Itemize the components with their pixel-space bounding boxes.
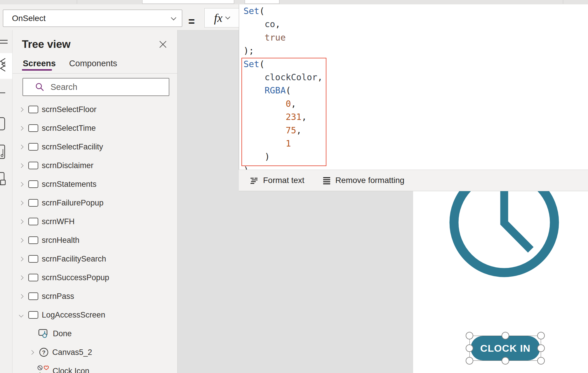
tab-screens[interactable]: Screens bbox=[23, 59, 56, 68]
data-icon[interactable] bbox=[0, 172, 9, 188]
tree-item-scrnpass[interactable]: scrnPass bbox=[13, 287, 178, 306]
tree-item-label: scrnWFH bbox=[42, 217, 74, 226]
property-selector-value: OnSelect bbox=[3, 14, 46, 23]
screen-icon bbox=[28, 236, 38, 244]
search-icon bbox=[35, 83, 44, 91]
formula-line: Set( bbox=[243, 57, 323, 71]
tree-item-scrnselectfacility[interactable]: scrnSelectFacility bbox=[13, 137, 178, 156]
tree-item-logaccessscreen[interactable]: LogAccessScreen bbox=[13, 306, 178, 324]
chevron-right-icon[interactable] bbox=[17, 276, 25, 279]
property-selector[interactable]: OnSelect bbox=[3, 10, 182, 27]
toolbar-box bbox=[142, 0, 234, 4]
chevron-right-icon[interactable] bbox=[17, 220, 25, 223]
question-mark-icon: ? bbox=[39, 347, 49, 357]
tree-item-scrnfacilitysearch[interactable]: scrnFacilitySearch bbox=[13, 250, 178, 268]
tree-item-clock-icon[interactable]: Clock Icon bbox=[13, 362, 178, 373]
resize-handle[interactable] bbox=[537, 357, 545, 365]
tree-item-scrnstatements[interactable]: scrnStatements bbox=[13, 175, 178, 194]
tree-item-label: Clock Icon bbox=[53, 367, 89, 373]
screen-icon bbox=[28, 106, 38, 113]
chevron-right-icon[interactable] bbox=[17, 183, 25, 186]
tabs-divider bbox=[13, 73, 178, 74]
fx-icon: fx bbox=[214, 11, 222, 25]
panel-tabs: Screens Components bbox=[23, 59, 117, 68]
formula-line: RGBA( bbox=[243, 84, 323, 97]
format-text-label: Format text bbox=[263, 176, 305, 185]
screen-icon bbox=[28, 292, 38, 300]
tree-item-label: Done bbox=[53, 329, 72, 338]
media-icon[interactable] bbox=[0, 144, 9, 161]
formula-line: ) bbox=[243, 163, 323, 170]
tree-item-label: srcnHealth bbox=[42, 236, 79, 245]
screen-icon bbox=[28, 311, 38, 319]
formula-line: clockColor, bbox=[243, 71, 323, 84]
remove-formatting-button[interactable]: Remove formatting bbox=[322, 176, 405, 185]
formula-line: co, bbox=[243, 18, 323, 31]
formula-line: ); bbox=[243, 44, 323, 57]
chevron-right-icon[interactable] bbox=[17, 108, 25, 111]
resize-handle[interactable] bbox=[502, 332, 509, 339]
tree-item-label: scrnFailurePopup bbox=[42, 198, 104, 208]
formula-bar-row: OnSelect = fx bbox=[0, 4, 239, 30]
format-text-icon bbox=[250, 176, 259, 185]
panel-title: Tree view bbox=[22, 38, 71, 50]
resize-handle[interactable] bbox=[502, 357, 509, 365]
insert-icon[interactable] bbox=[0, 117, 9, 131]
formula-line: ) bbox=[243, 150, 323, 163]
tree-item-scrnsuccesspopup[interactable]: scrnSuccessPopup bbox=[13, 268, 178, 287]
resize-handle[interactable] bbox=[466, 344, 473, 352]
format-text-button[interactable]: Format text bbox=[250, 176, 305, 185]
resize-handle[interactable] bbox=[537, 344, 545, 352]
app-canvas[interactable]: CLOCK IN bbox=[413, 191, 588, 373]
chevron-right-icon[interactable] bbox=[17, 257, 25, 261]
svg-text:?: ? bbox=[42, 349, 46, 355]
tree-view-rail-item[interactable] bbox=[0, 53, 13, 79]
tree-item-label: scrnFacilitySearch bbox=[42, 255, 106, 264]
chevron-right-icon[interactable] bbox=[17, 239, 25, 242]
fx-button[interactable]: fx bbox=[204, 8, 239, 27]
active-tab-underline bbox=[22, 69, 52, 71]
tree-view-icon bbox=[0, 57, 8, 75]
tree-view-panel: Tree view Screens Components Search scrn… bbox=[13, 30, 178, 373]
chevron-right-icon[interactable] bbox=[17, 145, 25, 149]
tree-item-srcnhealth[interactable]: srcnHealth bbox=[13, 231, 178, 250]
clock-icon[interactable] bbox=[446, 191, 563, 281]
tree-item-label: scrnPass bbox=[42, 292, 74, 301]
button-control-icon bbox=[38, 329, 49, 338]
tree-item-scrnwfh[interactable]: scrnWFH bbox=[13, 212, 178, 231]
chevron-down-icon[interactable] bbox=[17, 313, 25, 317]
chevron-right-icon[interactable] bbox=[17, 201, 25, 205]
chevron-right-icon[interactable] bbox=[17, 127, 25, 130]
tree-item-scrnfailurepopup[interactable]: scrnFailurePopup bbox=[13, 194, 178, 212]
chevron-right-icon[interactable] bbox=[28, 351, 35, 354]
close-icon[interactable] bbox=[158, 39, 168, 49]
formula-line: Set( bbox=[243, 4, 323, 18]
formula-editor[interactable]: Set( co, true);Set( clockColor, RGBA( 0,… bbox=[239, 4, 588, 170]
tree-item-label: scrnSelectFloor bbox=[42, 105, 97, 114]
chevron-right-icon[interactable] bbox=[17, 164, 25, 167]
resize-handle[interactable] bbox=[466, 332, 473, 339]
tab-components[interactable]: Components bbox=[69, 59, 117, 68]
formula-code[interactable]: Set( co, true);Set( clockColor, RGBA( 0,… bbox=[243, 4, 323, 170]
tree-item-scrndisclaimer[interactable]: scrnDisclaimer bbox=[13, 156, 178, 175]
chevron-right-icon[interactable] bbox=[17, 295, 25, 298]
tree-item-label: scrnStatements bbox=[42, 180, 97, 189]
resize-handle[interactable] bbox=[466, 357, 473, 365]
tree-item-scrnselectfloor[interactable]: scrnSelectFloor bbox=[13, 100, 178, 119]
search-input[interactable]: Search bbox=[22, 78, 169, 96]
screen-icon bbox=[28, 143, 38, 151]
tree-item-label: Canvas5_2 bbox=[52, 348, 92, 357]
formula-footer-bar: Format text Remove formatting bbox=[239, 170, 588, 191]
tree-item-label: scrnDisclaimer bbox=[42, 161, 93, 170]
clock-in-button-label: CLOCK IN bbox=[480, 343, 530, 354]
screen-icon bbox=[28, 199, 38, 207]
menu-icon[interactable] bbox=[0, 39, 9, 46]
screen-tree: scrnSelectFloorscrnSelectTimescrnSelectF… bbox=[13, 100, 178, 373]
screen-icon bbox=[28, 274, 38, 281]
tree-item-canvas5_2[interactable]: ?Canvas5_2 bbox=[13, 343, 178, 362]
tree-item-done[interactable]: Done bbox=[13, 324, 178, 343]
screen-icon bbox=[28, 218, 38, 225]
screen-icon bbox=[28, 124, 38, 132]
tree-item-scrnselecttime[interactable]: scrnSelectTime bbox=[13, 119, 178, 137]
resize-handle[interactable] bbox=[537, 332, 545, 339]
